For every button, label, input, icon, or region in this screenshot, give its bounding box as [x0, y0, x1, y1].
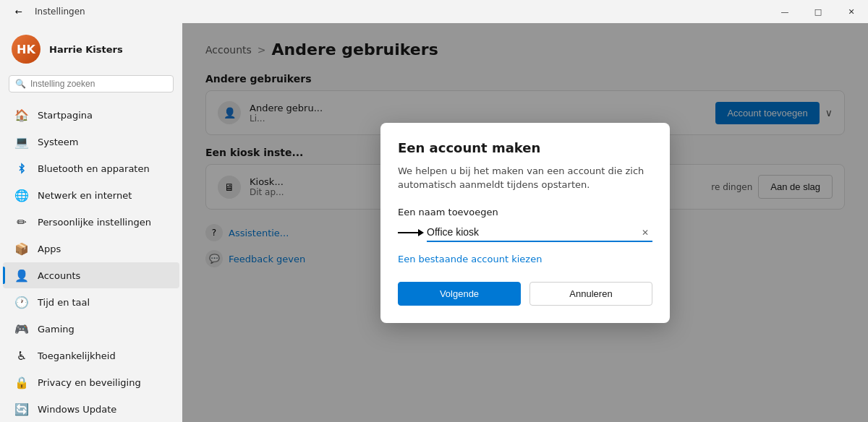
modal-field-label: Een naam toevoegen — [398, 207, 652, 218]
modal-overlay: Een account maken We helpen u bij het ma… — [182, 23, 868, 422]
arrow-indicator — [398, 225, 424, 240]
persoonlijk-icon: ✏️ — [14, 215, 29, 229]
sidebar-item-label: Persoonlijke instellingen — [38, 217, 151, 228]
back-button[interactable]: ← — [9, 1, 29, 22]
sidebar-item-persoonlijk[interactable]: ✏️ Persoonlijke instellingen — [3, 209, 179, 235]
sidebar-item-tijd[interactable]: 🕐 Tijd en taal — [3, 289, 179, 315]
apps-icon: 📦 — [14, 241, 29, 256]
modal-input-wrapper: ✕ — [427, 223, 652, 242]
annuleren-button[interactable]: Annuleren — [529, 282, 652, 306]
sidebar-item-privacy[interactable]: 🔒 Privacy en beveiliging — [3, 369, 179, 395]
volgende-button[interactable]: Volgende — [398, 282, 521, 306]
svg-marker-1 — [418, 229, 424, 236]
modal-input-container: ✕ — [398, 223, 652, 242]
user-name: Harrie Kisters — [49, 44, 123, 55]
search-box[interactable]: 🔍 — [9, 75, 174, 92]
window-controls: — □ ✕ — [768, 0, 868, 23]
name-input[interactable] — [427, 223, 652, 242]
sidebar-item-label: Netwerk en internet — [38, 190, 132, 201]
modal-dialog: Een account maken We helpen u bij het ma… — [380, 123, 670, 323]
close-button[interactable]: ✕ — [835, 0, 868, 23]
sidebar-item-label: Windows Update — [38, 404, 116, 415]
sidebar-nav: 🏠 Startpagina 💻 Systeem Bluetooth en app… — [0, 101, 182, 422]
modal-buttons: Volgende Annuleren — [398, 282, 652, 306]
sidebar: HK Harrie Kisters 🔍 🏠 Startpagina 💻 Syst… — [0, 23, 182, 422]
sidebar-item-label: Apps — [38, 244, 61, 254]
bestaande-account-link[interactable]: Een bestaande account kiezen — [398, 254, 652, 264]
user-profile: HK Harrie Kisters — [0, 23, 182, 72]
systeem-icon: 💻 — [14, 134, 29, 149]
sidebar-item-label: Toegankelijkheid — [38, 350, 116, 361]
sidebar-item-label: Tijd en taal — [38, 297, 90, 308]
sidebar-item-gaming[interactable]: 🎮 Gaming — [3, 316, 179, 342]
sidebar-item-label: Bluetooth en apparaten — [38, 163, 150, 174]
accounts-icon: 👤 — [14, 268, 29, 283]
windows-update-icon: 🔄 — [14, 402, 29, 416]
sidebar-item-bluetooth[interactable]: Bluetooth en apparaten — [3, 155, 179, 181]
modal-description: We helpen u bij het maken van een accoun… — [398, 164, 652, 192]
minimize-button[interactable]: — — [768, 0, 801, 23]
modal-title: Een account maken — [398, 140, 652, 155]
input-clear-button[interactable]: ✕ — [638, 225, 652, 240]
sidebar-item-netwerk[interactable]: 🌐 Netwerk en internet — [3, 182, 179, 208]
privacy-icon: 🔒 — [14, 375, 29, 389]
app-body: HK Harrie Kisters 🔍 🏠 Startpagina 💻 Syst… — [0, 23, 868, 422]
content-area: Accounts > Andere gebruikers Andere gebr… — [182, 23, 868, 422]
maximize-button[interactable]: □ — [801, 0, 835, 23]
sidebar-item-systeem[interactable]: 💻 Systeem — [3, 129, 179, 155]
title-bar: ← Instellingen — □ ✕ — [0, 0, 868, 23]
avatar: HK — [12, 35, 41, 64]
sidebar-item-apps[interactable]: 📦 Apps — [3, 236, 179, 262]
sidebar-item-label: Privacy en beveiliging — [38, 377, 141, 388]
toegankelijkheid-icon: ♿ — [14, 348, 29, 363]
gaming-icon: 🎮 — [14, 322, 29, 336]
sidebar-item-toegankelijkheid[interactable]: ♿ Toegankelijkheid — [3, 343, 179, 369]
sidebar-item-label: Startpagina — [38, 110, 93, 121]
sidebar-item-label: Gaming — [38, 324, 75, 335]
app-title: Instellingen — [35, 7, 85, 17]
netwerk-icon: 🌐 — [14, 188, 29, 202]
tijd-icon: 🕐 — [14, 295, 29, 309]
home-icon: 🏠 — [14, 108, 29, 122]
title-bar-left: ← Instellingen — [9, 1, 85, 22]
sidebar-item-startpagina[interactable]: 🏠 Startpagina — [3, 102, 179, 128]
search-input[interactable] — [30, 79, 167, 89]
sidebar-item-windows-update[interactable]: 🔄 Windows Update — [3, 396, 179, 422]
search-icon: 🔍 — [15, 79, 26, 89]
bluetooth-icon — [14, 161, 29, 176]
sidebar-item-label: Accounts — [38, 270, 80, 281]
sidebar-item-accounts[interactable]: 👤 Accounts — [3, 262, 179, 288]
sidebar-item-label: Systeem — [38, 137, 78, 147]
